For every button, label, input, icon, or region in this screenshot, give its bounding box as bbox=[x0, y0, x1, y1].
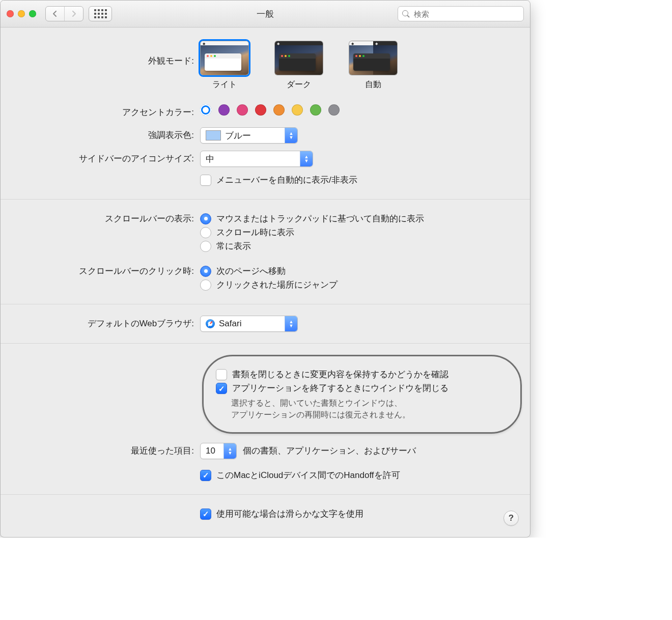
recent-suffix: 個の書類、アプリケーション、およびサーバ bbox=[243, 445, 416, 457]
help-label: ? bbox=[509, 513, 514, 523]
check-icon bbox=[200, 104, 211, 116]
minimize-window-button[interactable] bbox=[18, 10, 25, 17]
close-on-quit-checkbox[interactable]: アプリケーションを終了するときにウインドウを閉じる bbox=[216, 382, 490, 394]
accent-swatches bbox=[200, 104, 515, 116]
zoom-window-button[interactable] bbox=[29, 10, 36, 17]
close-on-quit-note: 選択すると、開いていた書類とウインドウは、 アプリケーションの再開時には復元され… bbox=[231, 397, 490, 421]
menubar-auto-label: メニューバーを自動的に表示/非表示 bbox=[216, 174, 357, 186]
accent-row: アクセントカラー: bbox=[16, 104, 515, 118]
radio-icon bbox=[200, 266, 211, 277]
sidebar-icon-select[interactable]: 中 ▲▼ bbox=[200, 151, 313, 167]
appearance-option-dark[interactable]: ◆ ダーク bbox=[274, 41, 323, 90]
smoothing-label: 使用可能な場合は滑らかな文字を使用 bbox=[216, 508, 363, 520]
stepper-icon: ▲▼ bbox=[223, 443, 236, 459]
handoff-row: このMacとiCloudデバイス間でのHandoffを許可 bbox=[16, 467, 515, 483]
checkbox-icon bbox=[200, 470, 211, 481]
menubar-auto-checkbox[interactable]: メニューバーを自動的に表示/非表示 bbox=[200, 174, 515, 186]
chevron-right-icon bbox=[71, 11, 76, 17]
accent-swatch-gray[interactable] bbox=[328, 104, 340, 116]
checkbox-icon bbox=[200, 175, 211, 186]
ask-on-close-checkbox[interactable]: 書類を閉じるときに変更内容を保持するかどうかを確認 bbox=[216, 369, 490, 380]
scroll-click-page-label: 次のページへ移動 bbox=[216, 265, 286, 277]
divider bbox=[1, 304, 530, 304]
search-input[interactable] bbox=[413, 9, 519, 19]
handoff-label: このMacとiCloudデバイス間でのHandoffを許可 bbox=[216, 469, 400, 481]
search-icon bbox=[402, 10, 410, 18]
search-field[interactable] bbox=[398, 6, 524, 21]
highlight-value: ブルー bbox=[225, 130, 251, 142]
scroll-show-scrolling[interactable]: スクロール時に表示 bbox=[200, 227, 515, 238]
scroll-show-auto-label: マウスまたはトラックパッドに基づいて自動的に表示 bbox=[216, 213, 424, 224]
scroll-click-label: スクロールバーのクリック時: bbox=[16, 263, 200, 277]
show-all-button[interactable] bbox=[89, 6, 112, 21]
accent-swatch-yellow[interactable] bbox=[292, 104, 303, 116]
appearance-label: 外観モード: bbox=[16, 41, 200, 67]
recent-row: 最近使った項目: 10 ▲▼ 個の書類、アプリケーション、およびサーバ bbox=[16, 443, 515, 459]
stepper-icon: ▲▼ bbox=[300, 151, 313, 166]
scroll-show-always[interactable]: 常に表示 bbox=[200, 240, 515, 252]
forward-button[interactable] bbox=[65, 7, 83, 21]
callout-bubble: 書類を閉じるときに変更内容を保持するかどうかを確認 アプリケーションを終了すると… bbox=[202, 355, 522, 434]
accent-swatch-green[interactable] bbox=[310, 104, 321, 116]
scroll-show-scrolling-label: スクロール時に表示 bbox=[216, 227, 294, 238]
sidebar-icon-row: サイドバーのアイコンサイズ: 中 ▲▼ bbox=[16, 151, 515, 167]
recent-label: 最近使った項目: bbox=[16, 443, 200, 457]
menubar-auto-row: メニューバーを自動的に表示/非表示 bbox=[16, 172, 515, 188]
radio-icon bbox=[200, 241, 211, 252]
radio-icon bbox=[200, 213, 211, 224]
scroll-click-jump-label: クリックされた場所にジャンプ bbox=[216, 279, 338, 291]
help-button[interactable]: ? bbox=[503, 511, 519, 526]
titlebar: 一般 bbox=[1, 1, 530, 27]
scroll-show-always-label: 常に表示 bbox=[216, 240, 251, 252]
highlight-row: 強調表示色: ブルー ▲▼ bbox=[16, 127, 515, 144]
back-button[interactable] bbox=[46, 7, 65, 21]
appearance-options: ◆ ライト ◆ bbox=[200, 41, 515, 90]
window-controls bbox=[7, 10, 36, 17]
checkbox-icon bbox=[216, 369, 227, 380]
highlight-select[interactable]: ブルー ▲▼ bbox=[200, 127, 298, 144]
stepper-icon: ▲▼ bbox=[285, 316, 297, 331]
preferences-window: 一般 外観モード: ◆ bbox=[0, 0, 530, 538]
checkbox-icon bbox=[216, 383, 227, 394]
handoff-checkbox[interactable]: このMacとiCloudデバイス間でのHandoffを許可 bbox=[200, 469, 515, 481]
appearance-caption-auto: 自動 bbox=[365, 79, 381, 90]
highlight-swatch-icon bbox=[206, 130, 221, 140]
appearance-caption-dark: ダーク bbox=[287, 79, 311, 90]
appearance-option-light[interactable]: ◆ ライト bbox=[200, 41, 249, 90]
accent-label: アクセントカラー: bbox=[16, 104, 200, 118]
scroll-show-auto[interactable]: マウスまたはトラックパッドに基づいて自動的に表示 bbox=[200, 213, 515, 224]
appearance-row: 外観モード: ◆ ライト bbox=[16, 41, 515, 90]
browser-label: デフォルトのWebブラウザ: bbox=[16, 316, 200, 329]
appearance-caption-light: ライト bbox=[212, 79, 237, 90]
ask-on-close-label: 書類を閉じるときに変更内容を保持するかどうかを確認 bbox=[232, 369, 449, 380]
recent-value: 10 bbox=[206, 446, 215, 456]
close-window-button[interactable] bbox=[7, 10, 14, 17]
scroll-show-row: スクロールバーの表示: マウスまたはトラックパッドに基づいて自動的に表示 スクロ… bbox=[16, 211, 515, 254]
callout-row: 書類を閉じるときに変更内容を保持するかどうかを確認 アプリケーションを終了すると… bbox=[16, 355, 515, 443]
accent-swatch-orange[interactable] bbox=[273, 104, 285, 116]
divider bbox=[1, 199, 530, 200]
accent-swatch-purple[interactable] bbox=[218, 104, 230, 116]
scroll-click-jump[interactable]: クリックされた場所にジャンプ bbox=[200, 279, 515, 291]
divider bbox=[1, 494, 530, 495]
content: 外観モード: ◆ ライト bbox=[1, 27, 530, 537]
accent-swatch-pink[interactable] bbox=[237, 104, 248, 116]
sidebar-icon-value: 中 bbox=[206, 153, 214, 165]
appearance-option-auto[interactable]: ◆ ◆ bbox=[349, 41, 398, 90]
browser-row: デフォルトのWebブラウザ: Safari ▲▼ bbox=[16, 316, 515, 332]
smoothing-checkbox[interactable]: 使用可能な場合は滑らかな文字を使用 bbox=[200, 508, 515, 520]
nav-back-forward bbox=[45, 6, 83, 21]
divider bbox=[1, 343, 530, 344]
appearance-thumb-auto: ◆ ◆ bbox=[349, 41, 398, 75]
close-on-quit-label: アプリケーションを終了するときにウインドウを閉じる bbox=[232, 382, 449, 394]
scroll-click-page[interactable]: 次のページへ移動 bbox=[200, 265, 515, 277]
browser-select[interactable]: Safari ▲▼ bbox=[200, 316, 298, 332]
grid-icon bbox=[94, 9, 107, 18]
accent-swatch-blue[interactable] bbox=[200, 104, 211, 116]
chevron-left-icon bbox=[52, 11, 58, 17]
radio-icon bbox=[200, 279, 211, 291]
recent-select[interactable]: 10 ▲▼ bbox=[200, 443, 237, 459]
accent-swatch-red[interactable] bbox=[255, 104, 266, 116]
appearance-thumb-dark: ◆ bbox=[274, 41, 323, 75]
radio-icon bbox=[200, 227, 211, 238]
